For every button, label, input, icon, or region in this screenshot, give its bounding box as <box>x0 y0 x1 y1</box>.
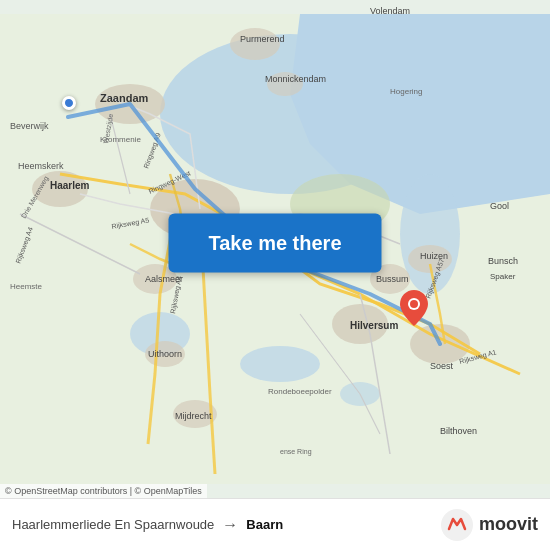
svg-text:Uithoorn: Uithoorn <box>148 349 182 359</box>
svg-text:Aalsmeer: Aalsmeer <box>145 274 183 284</box>
svg-text:Volendam: Volendam <box>370 6 410 16</box>
svg-text:Gool: Gool <box>490 201 509 211</box>
svg-text:ense Ring: ense Ring <box>280 448 312 456</box>
take-me-there-button[interactable]: Take me there <box>168 214 381 273</box>
svg-point-4 <box>240 346 320 382</box>
svg-text:Heemskerk: Heemskerk <box>18 161 64 171</box>
svg-point-53 <box>410 300 418 308</box>
svg-text:Huizen: Huizen <box>420 251 448 261</box>
svg-text:Soest: Soest <box>430 361 454 371</box>
svg-text:Mijdrecht: Mijdrecht <box>175 411 212 421</box>
svg-text:Heemste: Heemste <box>10 282 43 291</box>
svg-text:Spaker: Spaker <box>490 272 516 281</box>
svg-text:Hilversum: Hilversum <box>350 320 398 331</box>
svg-text:Beverwijk: Beverwijk <box>10 121 49 131</box>
svg-text:Hogering: Hogering <box>390 87 422 96</box>
svg-text:Krommenie: Krommenie <box>100 135 141 144</box>
map-attribution: © OpenStreetMap contributors | © OpenMap… <box>0 484 207 498</box>
app-container: Drie Merenweg Westzijde Rijksweg A5 Rijk… <box>0 0 550 550</box>
moovit-label: moovit <box>479 514 538 535</box>
svg-text:Bunsch: Bunsch <box>488 256 518 266</box>
svg-text:Monnickendam: Monnickendam <box>265 74 326 84</box>
svg-point-16 <box>230 28 280 60</box>
map-area: Drie Merenweg Westzijde Rijksweg A5 Rijk… <box>0 0 550 498</box>
moovit-icon <box>439 507 475 543</box>
moovit-logo: moovit <box>439 507 538 543</box>
route-to: Baarn <box>246 517 283 532</box>
svg-text:Rondeboeepolder: Rondeboeepolder <box>268 387 332 396</box>
svg-text:Bilthoven: Bilthoven <box>440 426 477 436</box>
destination-marker <box>400 290 428 330</box>
footer: Haarlemmerliede En Spaarnwoude → Baarn m… <box>0 498 550 550</box>
route-arrow: → <box>222 516 238 534</box>
svg-text:Haarlem: Haarlem <box>50 180 90 191</box>
svg-text:Bussum: Bussum <box>376 274 409 284</box>
route-info: Haarlemmerliede En Spaarnwoude → Baarn <box>12 516 283 534</box>
svg-text:Zaandam: Zaandam <box>100 92 149 104</box>
origin-marker <box>62 96 76 110</box>
route-from: Haarlemmerliede En Spaarnwoude <box>12 517 214 532</box>
svg-text:Purmerend: Purmerend <box>240 34 285 44</box>
